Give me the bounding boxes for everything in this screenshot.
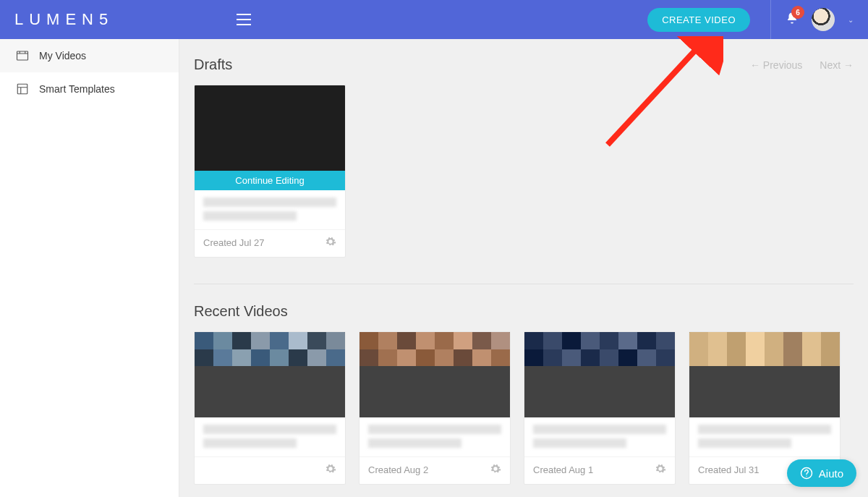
hamburger-menu[interactable] [237, 14, 251, 25]
help-button[interactable]: Aiuto [787, 459, 856, 487]
draft-thumbnail [195, 85, 345, 171]
sidebar-item-label: Smart Templates [39, 83, 115, 95]
title-placeholder [203, 197, 336, 207]
section-title-drafts: Drafts [194, 56, 232, 73]
gear-icon[interactable] [655, 463, 666, 477]
video-thumbnail [689, 332, 840, 417]
video-thumbnail [195, 332, 345, 417]
draft-card[interactable]: Continue Editing Created Jul 27 [194, 85, 346, 258]
svg-rect-1 [237, 19, 251, 20]
gear-icon[interactable] [325, 463, 336, 477]
svg-rect-0 [237, 14, 251, 15]
video-icon [16, 49, 29, 62]
section-title-recent: Recent Videos [194, 303, 288, 320]
continue-editing-button[interactable]: Continue Editing [195, 171, 345, 190]
notifications-icon[interactable]: 6 [786, 12, 799, 27]
svg-rect-4 [17, 84, 27, 94]
pager-next[interactable]: Next → [820, 59, 854, 71]
created-date: Created Aug 1 [533, 464, 593, 475]
created-date: Created Jul 27 [203, 237, 265, 248]
main-content: Drafts ← Previous Next → Continue Editin… [179, 39, 868, 497]
recent-card[interactable]: Created Aug 2 [359, 331, 511, 485]
pager-previous[interactable]: ← Previous [750, 59, 802, 71]
user-avatar[interactable] [812, 8, 835, 31]
gear-icon[interactable] [490, 463, 501, 477]
divider [194, 284, 854, 284]
notification-badge: 6 [791, 6, 804, 19]
sidebar-item-label: My Videos [39, 50, 86, 61]
help-label: Aiuto [819, 467, 843, 480]
chevron-down-icon[interactable]: ⌄ [848, 16, 854, 24]
gear-icon[interactable] [325, 236, 336, 250]
video-thumbnail [524, 332, 675, 417]
sidebar: My Videos Smart Templates [0, 39, 179, 497]
svg-rect-2 [237, 24, 251, 25]
brand-logo: LUMEN5 [14, 10, 114, 29]
svg-point-6 [806, 476, 807, 477]
pager: ← Previous Next → [750, 59, 854, 71]
card-body [195, 190, 345, 229]
help-icon [800, 467, 813, 480]
recent-card[interactable]: Created Aug 1 [524, 331, 676, 485]
recent-card[interactable] [194, 331, 346, 485]
create-video-button[interactable]: CREATE VIDEO [647, 8, 750, 32]
created-date: Created Aug 2 [368, 464, 428, 475]
sidebar-item-my-videos[interactable]: My Videos [0, 39, 179, 72]
svg-rect-3 [17, 51, 28, 60]
created-date: Created Jul 31 [698, 464, 760, 475]
subtitle-placeholder [203, 211, 297, 221]
sidebar-item-smart-templates[interactable]: Smart Templates [0, 72, 179, 106]
top-bar: LUMEN5 CREATE VIDEO 6 ⌄ [0, 0, 868, 39]
topbar-right: 6 ⌄ [770, 0, 854, 39]
video-thumbnail [359, 332, 510, 417]
template-icon [16, 82, 29, 95]
